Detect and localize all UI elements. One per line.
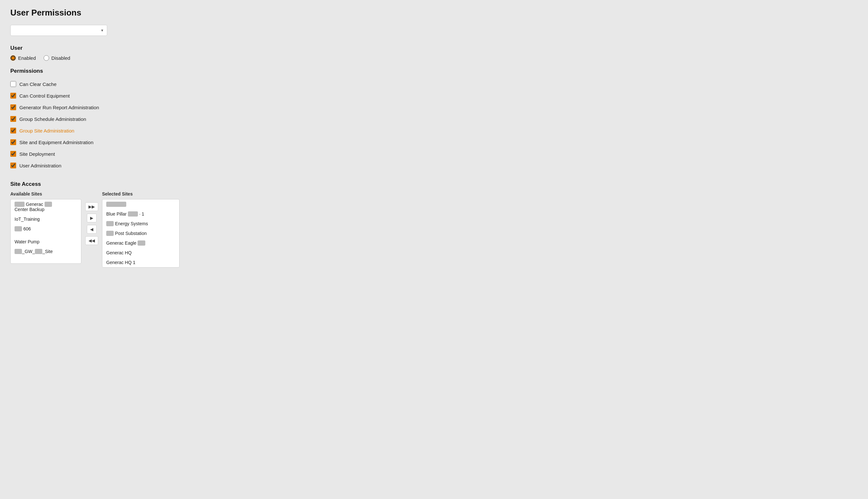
permission-label-generator-run-report: Generator Run Report Administration — [20, 105, 99, 110]
page-title: User Permissions — [10, 8, 858, 18]
list-item[interactable]: Generac HQ 1 — [102, 258, 179, 267]
permission-item-generator-run-report: Generator Run Report Administration — [10, 101, 858, 113]
selected-sites-col: Selected Sites Blue Pillar · 1 Energy Sy… — [102, 191, 179, 268]
permission-label-site-equipment-admin: Site and Equipment Administration — [20, 139, 93, 145]
enabled-radio[interactable] — [10, 55, 16, 61]
permission-item-can-control-equipment: Can Control Equipment — [10, 90, 858, 101]
list-item[interactable]: Generac Eagle — [102, 238, 179, 248]
permission-checkbox-group-site-admin[interactable] — [10, 127, 16, 133]
user-section-title: User — [10, 45, 858, 51]
selected-sites-label: Selected Sites — [102, 191, 179, 196]
disabled-text: Disabled — [51, 55, 70, 61]
disabled-radio[interactable] — [43, 55, 49, 61]
site-access-cols: Available Sites Generac Center Backup Io… — [10, 191, 858, 268]
move-all-left-button[interactable]: ◀◀ — [85, 236, 98, 245]
transfer-buttons: ▶▶ ▶ ◀ ◀◀ — [81, 191, 102, 256]
site-access-title: Site Access — [10, 181, 858, 187]
list-item[interactable]: Energy Systems — [102, 219, 179, 229]
permission-item-group-schedule-admin: Group Schedule Administration — [10, 113, 858, 125]
permission-item-site-equipment-admin: Site and Equipment Administration — [10, 136, 858, 148]
permissions-title: Permissions — [10, 68, 858, 74]
permission-checkbox-generator-run-report[interactable] — [10, 105, 16, 110]
selected-sites-box[interactable]: Blue Pillar · 1 Energy Systems Post Subs… — [102, 199, 179, 268]
permission-item-user-administration: User Administration — [10, 160, 858, 171]
user-status-row: Enabled Disabled — [10, 55, 858, 61]
list-item[interactable]: Blue Pillar · 1 — [102, 209, 179, 219]
move-all-right-button[interactable]: ▶▶ — [85, 202, 98, 211]
permission-checkbox-can-clear-cache[interactable] — [10, 81, 16, 87]
permission-item-can-clear-cache: Can Clear Cache — [10, 78, 858, 90]
list-item[interactable]: Generac Center Backup — [11, 199, 81, 214]
list-item[interactable]: _GW_ _Site — [11, 247, 81, 256]
permission-item-site-deployment: Site Deployment — [10, 148, 858, 160]
move-one-left-button[interactable]: ◀ — [87, 225, 97, 234]
list-item[interactable]: IoT_Training — [11, 214, 81, 224]
permission-label-group-site-admin: Group Site Administration — [20, 128, 74, 133]
permission-checkbox-user-administration[interactable] — [10, 162, 16, 168]
available-sites-box[interactable]: Generac Center Backup IoT_Training 606 W… — [10, 199, 81, 264]
user-section: User Enabled Disabled — [10, 45, 858, 61]
user-select-row — [10, 25, 858, 36]
permission-checkbox-site-deployment[interactable] — [10, 151, 16, 157]
permission-label-site-deployment: Site Deployment — [20, 151, 55, 157]
enabled-label[interactable]: Enabled — [10, 55, 36, 61]
list-item[interactable]: Generac HQ — [102, 248, 179, 258]
permission-item-group-site-admin: Group Site Administration — [10, 125, 858, 136]
list-item[interactable]: Water Pump — [11, 237, 81, 247]
permission-label-can-clear-cache: Can Clear Cache — [20, 82, 56, 87]
permission-label-group-schedule-admin: Group Schedule Administration — [20, 116, 86, 122]
site-access-section: Site Access Available Sites Generac Cent… — [10, 181, 858, 268]
user-select[interactable] — [10, 25, 107, 36]
available-sites-col: Available Sites Generac Center Backup Io… — [10, 191, 81, 264]
permission-checkbox-can-control-equipment[interactable] — [10, 93, 16, 99]
permission-label-can-control-equipment: Can Control Equipment — [20, 93, 70, 99]
permission-label-user-administration: User Administration — [20, 163, 61, 168]
available-sites-label: Available Sites — [10, 191, 81, 196]
permission-checkbox-group-schedule-admin[interactable] — [10, 116, 16, 122]
list-item[interactable] — [102, 199, 179, 209]
enabled-text: Enabled — [18, 55, 36, 61]
list-item[interactable]: Post Substation — [102, 229, 179, 238]
list-item[interactable]: 606 — [11, 224, 81, 234]
user-select-wrapper[interactable] — [10, 25, 107, 36]
permissions-list: Can Clear CacheCan Control EquipmentGene… — [10, 78, 858, 171]
permission-checkbox-site-equipment-admin[interactable] — [10, 139, 16, 145]
permissions-section: Permissions Can Clear CacheCan Control E… — [10, 68, 858, 171]
disabled-label[interactable]: Disabled — [43, 55, 70, 61]
move-one-right-button[interactable]: ▶ — [87, 214, 97, 222]
